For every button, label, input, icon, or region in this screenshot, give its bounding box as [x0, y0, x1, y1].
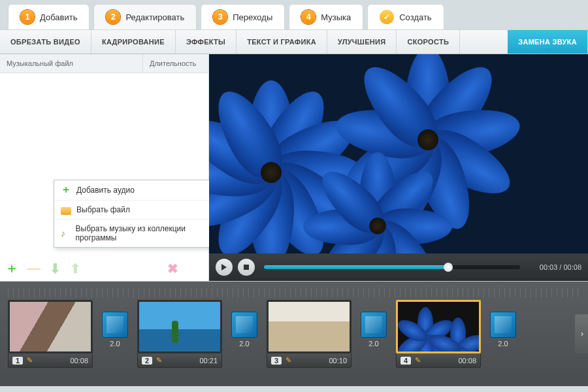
svg-rect-0	[244, 265, 249, 270]
wizard-step-transitions[interactable]: 3 Переходы	[201, 4, 285, 29]
audio-list-panel: Музыкальный файл Длительность ＋ Добавить…	[0, 54, 209, 281]
add-audio-button[interactable]: ＋	[5, 259, 18, 277]
wizard-step-add[interactable]: 1 Добавить	[8, 4, 90, 29]
col-duration: Длительность	[143, 54, 208, 73]
add-audio-menu: ＋ Добавить аудио Выбрать файл ♪ Выбрать …	[54, 180, 222, 248]
edit-subtabs: ОБРЕЗАТЬ ВИДЕО КАДРИРОВАНИЕ ЭФФЕКТЫ ТЕКС…	[0, 29, 588, 54]
step-number-icon: 4	[301, 10, 316, 24]
preview-canvas[interactable]	[209, 54, 588, 253]
step-label: Музыка	[321, 12, 351, 22]
edit-icon[interactable]: ✎	[156, 356, 162, 365]
play-button[interactable]	[216, 259, 233, 276]
step-label: Создать	[399, 12, 431, 22]
clip-thumbnail[interactable]	[8, 300, 93, 353]
clip-info-bar: 1 ✎ 00:08	[8, 353, 93, 368]
music-note-icon: ♪	[61, 228, 71, 238]
wizard-step-edit[interactable]: 2 Редактировать	[93, 4, 197, 29]
clip-3[interactable]: 3 ✎ 00:10	[267, 300, 351, 368]
timeline-ruler	[8, 288, 580, 297]
transition-duration: 2.0	[102, 340, 128, 348]
step-number-icon: 1	[20, 10, 35, 24]
clip-duration: 00:08	[70, 357, 88, 365]
step-number-icon: 3	[213, 10, 227, 24]
clip-strip: 1 ✎ 00:08 2.0 2 ✎ 00:21 2.0 3 ✎ 00:10 2.…	[8, 300, 580, 368]
menu-choose-file[interactable]: Выбрать файл	[54, 200, 221, 219]
subtab-effects[interactable]: ЭФФЕКТЫ	[176, 30, 237, 54]
timeline: 1 ✎ 00:08 2.0 2 ✎ 00:21 2.0 3 ✎ 00:10 2.…	[0, 282, 588, 386]
seek-knob[interactable]	[444, 263, 453, 272]
move-down-button[interactable]: ⬇	[50, 261, 61, 276]
subtab-crop[interactable]: КАДРИРОВАНИЕ	[91, 30, 176, 54]
subtab-text[interactable]: ТЕКСТ И ГРАФИКА	[237, 30, 327, 54]
subtab-enhance[interactable]: УЛУЧШЕНИЯ	[327, 30, 397, 54]
clip-index: 4	[400, 357, 411, 365]
add-audio-header[interactable]: ＋ Добавить аудио	[54, 180, 221, 200]
clip-duration: 00:10	[329, 357, 347, 365]
clip-index: 2	[142, 357, 152, 365]
clip-4[interactable]: 4 ✎ 00:08	[396, 300, 481, 368]
transition-2[interactable]: 2.0	[231, 300, 257, 348]
check-icon: ✓	[380, 10, 394, 24]
preview-pane: 00:03 / 00:08	[209, 54, 588, 281]
clip-thumbnail[interactable]	[267, 300, 351, 353]
clip-thumbnail[interactable]	[396, 300, 481, 353]
clip-2[interactable]: 2 ✎ 00:21	[137, 300, 222, 368]
time-display: 00:03 / 00:08	[529, 263, 581, 271]
wizard-step-music[interactable]: 4 Музыка	[289, 4, 363, 29]
step-label: Переходы	[233, 12, 272, 22]
clip-info-bar: 3 ✎ 00:10	[267, 353, 351, 368]
transition-4[interactable]: 2.0	[490, 300, 516, 348]
clip-duration: 00:08	[458, 357, 476, 365]
menu-label: Выбрать музыку из коллекции программы	[76, 224, 215, 242]
clip-index: 1	[12, 357, 23, 365]
clip-duration: 00:21	[199, 357, 218, 365]
col-file: Музыкальный файл	[0, 54, 143, 73]
timeline-scroll-right[interactable]: ›	[575, 314, 588, 353]
wizard-steps: 1 Добавить 2 Редактировать 3 Переходы 4 …	[0, 0, 588, 29]
subtab-replace-audio[interactable]: ЗАМЕНА ЗВУКА	[508, 30, 588, 54]
move-up-button[interactable]: ⬆	[70, 261, 81, 276]
edit-icon[interactable]: ✎	[415, 356, 421, 365]
clip-thumbnail[interactable]	[137, 300, 222, 353]
folder-icon	[61, 207, 71, 215]
menu-label: Добавить аудио	[76, 186, 135, 195]
transition-1[interactable]: 2.0	[102, 300, 128, 348]
delete-button[interactable]: ✖	[167, 261, 178, 276]
clip-index: 3	[271, 357, 282, 365]
seek-bar[interactable]	[264, 265, 520, 269]
wizard-step-create[interactable]: ✓ Создать	[367, 4, 444, 29]
transition-duration: 2.0	[361, 340, 387, 348]
step-label: Редактировать	[125, 12, 184, 22]
subtab-trim[interactable]: ОБРЕЗАТЬ ВИДЕО	[0, 30, 91, 54]
transition-duration: 2.0	[490, 340, 516, 348]
transition-duration: 2.0	[231, 340, 257, 348]
clip-info-bar: 4 ✎ 00:08	[396, 353, 481, 368]
seek-progress	[264, 265, 448, 269]
edit-icon[interactable]: ✎	[27, 356, 33, 365]
step-label: Добавить	[40, 12, 77, 22]
remove-audio-button[interactable]: —	[27, 261, 41, 276]
audio-tools: ＋ — ⬇ ⬆ ✖	[5, 259, 81, 277]
player-bar: 00:03 / 00:08	[209, 253, 588, 281]
transition-3[interactable]: 2.0	[361, 300, 387, 348]
edit-icon[interactable]: ✎	[286, 356, 291, 365]
plus-icon: ＋	[61, 185, 71, 195]
clip-1[interactable]: 1 ✎ 00:08	[8, 300, 93, 368]
main-area: Музыкальный файл Длительность ＋ Добавить…	[0, 54, 588, 282]
menu-choose-library[interactable]: ♪ Выбрать музыку из коллекции программы	[54, 219, 221, 247]
audio-list-header: Музыкальный файл Длительность	[0, 54, 208, 73]
menu-label: Выбрать файл	[76, 205, 130, 214]
subtab-speed[interactable]: СКОРОСТЬ	[397, 30, 460, 54]
stop-button[interactable]	[238, 259, 255, 276]
clip-info-bar: 2 ✎ 00:21	[137, 353, 222, 368]
step-number-icon: 2	[106, 10, 120, 24]
